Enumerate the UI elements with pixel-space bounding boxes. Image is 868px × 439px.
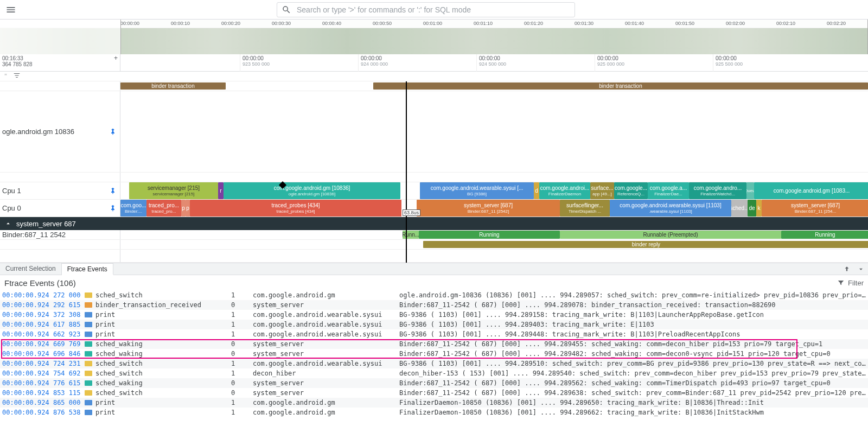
track-slice[interactable]: com.google.androi...FinalizerDaemon	[539, 182, 590, 199]
cell-process: system_server	[253, 389, 399, 397]
cell-event: binder_transaction_received	[95, 301, 231, 309]
track-label-process[interactable]: ogle.android.gm 10836	[0, 91, 120, 172]
track-slice[interactable]: com.google.android.gm [1083...	[754, 182, 868, 199]
cell-timestamp: 00:00:00.924 776 615	[2, 379, 85, 387]
track-slice[interactable]: Running	[781, 231, 868, 239]
track-label-async[interactable]	[0, 81, 120, 91]
pin-icon[interactable]	[109, 128, 117, 136]
table-row[interactable]: 00:00:00.924 853 115sched_switch0system_…	[0, 388, 868, 398]
time-cursor[interactable]	[406, 81, 407, 263]
track-slice[interactable]: com.google...ReferenceQ...	[614, 182, 648, 199]
collapse-all-icon[interactable]	[2, 72, 10, 81]
cell-process: com.google.android.wearable.sysui	[253, 330, 399, 338]
table-row[interactable]: 00:00:00.924 724 231sched_switch1com.goo…	[0, 359, 868, 368]
track-slice[interactable]: com.google.android.wearable.sysui [1103]…	[610, 200, 731, 217]
track-slice[interactable]: com.google.andro...FinalizerWatchd...	[689, 182, 746, 199]
track-slice[interactable]: d	[534, 182, 539, 199]
cell-process: com.google.android.gm	[253, 399, 399, 406]
cell-cpu: 1	[231, 321, 253, 328]
cell-timestamp: 00:00:00.924 617 885	[2, 321, 85, 328]
time-axis[interactable]: + 00:16:33 364 785 828 00:00:00923 500 0…	[0, 54, 868, 72]
track-slice[interactable]: surfaceflinger...TimerDispatch ...	[560, 200, 610, 217]
table-row[interactable]: 00:00:00.924 776 615sched_waking0system_…	[0, 378, 868, 388]
cell-timestamp: 00:00:00.924 853 115	[2, 389, 85, 397]
cell-process: com.google.android.wearable.sysui	[253, 360, 399, 367]
track-slice[interactable]: traced_probes [434]traced_probes [434]	[190, 200, 401, 217]
track-slice[interactable]: binder reply	[423, 241, 868, 248]
pin-icon[interactable]	[109, 187, 117, 195]
cell-process: system_server	[253, 379, 399, 387]
group-header-system-server[interactable]: system_server 687	[0, 217, 868, 230]
cell-cpu: 0	[231, 340, 253, 348]
cell-timestamp: 00:00:00.924 865 000	[2, 399, 85, 406]
omnibox[interactable]	[277, 2, 575, 17]
cell-timestamp: 00:00:00.924 696 846	[2, 350, 85, 358]
track-slice[interactable]: com.google.a...FinalizerDae...	[648, 182, 689, 199]
track-slice[interactable]: Runnable (Preempted)	[560, 231, 781, 239]
table-row[interactable]: 00:00:00.924 865 000print1com.google.and…	[0, 398, 868, 408]
track-slice[interactable]: system_server [687]Binder:687_11 [2542]	[417, 200, 560, 217]
table-row[interactable]: 00:00:00.924 372 308print1com.google.and…	[0, 310, 868, 320]
track-collapse[interactable]	[0, 173, 120, 182]
filter-icon	[837, 279, 845, 287]
track-label-cpu0[interactable]: Cpu 0	[0, 200, 120, 217]
event-color-swatch	[85, 292, 92, 298]
search-icon	[282, 5, 291, 15]
panel-toggle-icon[interactable]	[854, 263, 868, 275]
search-input[interactable]	[297, 5, 570, 14]
track-slice[interactable]: Runn...	[403, 231, 419, 239]
table-row[interactable]: 00:00:00.924 696 846sched_waking0system_…	[0, 349, 868, 359]
cell-timestamp: 00:00:00.924 669 769	[2, 340, 85, 348]
track-slice[interactable]: r	[218, 182, 224, 199]
track-slice[interactable]: k	[756, 200, 762, 217]
table-row[interactable]: 00:00:00.924 272 000sched_switch1com.goo…	[0, 290, 868, 300]
track-label-reply[interactable]	[0, 240, 120, 249]
menu-button[interactable]	[0, 4, 22, 15]
track-slice[interactable]: p	[181, 200, 186, 217]
overview-timeline[interactable]: 00:00:00 00:00:10 00:00:20 00:00:30 00:0…	[0, 20, 868, 54]
track-slice[interactable]: surface...app [49...]	[590, 182, 614, 199]
track-slice[interactable]: de	[748, 200, 756, 217]
overview-selection[interactable]	[120, 20, 868, 54]
cell-cpu: 0	[231, 301, 253, 309]
cell-timestamp: 00:00:00.924 662 923	[2, 330, 85, 338]
event-color-swatch	[85, 312, 92, 317]
tab-ftrace-events[interactable]: Ftrace Events	[62, 263, 113, 275]
table-row[interactable]: 00:00:00.924 876 538print1com.google.and…	[0, 408, 868, 417]
pin-icon[interactable]	[109, 205, 117, 212]
track-area[interactable]: binder transactionbinder transaction ogl…	[0, 81, 868, 263]
track-slice[interactable]: binder transaction	[373, 82, 868, 90]
table-row[interactable]: 00:00:00.924 617 885print1com.google.and…	[0, 320, 868, 329]
track-slice[interactable]: Running	[419, 231, 560, 239]
event-color-swatch	[85, 380, 92, 386]
track-slice[interactable]: system_server [687]Binder:687_11 [254...	[762, 200, 868, 217]
cell-message: BG-9386 ( 1103) [001] .... 994.289510: s…	[399, 360, 866, 367]
track-slice[interactable]: traced_pro...traced_pro...	[146, 200, 181, 217]
table-row[interactable]: 00:00:00.924 292 615binder_transaction_r…	[0, 300, 868, 310]
cell-event: print	[95, 321, 231, 328]
filter-button[interactable]: Filter	[837, 279, 864, 287]
cell-event: print	[95, 330, 231, 338]
cell-message: ogle.android.gm-10836 (10836) [001] ....…	[399, 291, 866, 299]
track-label-cpu1[interactable]: Cpu 1	[0, 182, 120, 199]
panel-up-icon[interactable]	[840, 263, 854, 275]
tab-current-selection[interactable]: Current Selection	[0, 263, 62, 275]
track-slice[interactable]: binder transaction	[120, 82, 226, 90]
track-slice[interactable]: com.google.android.wearable.sysui [...BG…	[420, 182, 534, 199]
track-slice[interactable]: ReferenceQueueD [10849]	[746, 182, 754, 199]
filter-tracks-icon[interactable]	[13, 72, 21, 81]
track-label-thread[interactable]: Binder:687_11 2542	[0, 230, 120, 239]
cell-cpu: 1	[231, 399, 253, 406]
cell-message: Binder:687_11-2542 ( 687) [000] .... 994…	[399, 389, 866, 397]
track-slice[interactable]: com.goo...Binder:...	[120, 200, 146, 217]
table-row[interactable]: 00:00:00.924 754 692sched_switch1decon_h…	[0, 368, 868, 378]
table-row[interactable]: 00:00:00.924 669 769sched_waking0system_…	[0, 339, 868, 349]
track-slice[interactable]: com.google.android.gm [10836]ogle.androi…	[224, 182, 400, 199]
track-toolbar	[0, 72, 868, 81]
track-slice[interactable]: sched...	[731, 200, 748, 217]
track-slice[interactable]: servicemanager [215]servicemanager [215]	[129, 182, 218, 199]
track-slice[interactable]: p	[186, 200, 190, 217]
table-row[interactable]: 00:00:00.924 662 923print1com.google.and…	[0, 329, 868, 339]
cell-event: sched_waking	[95, 379, 231, 387]
ftrace-table[interactable]: 00:00:00.924 272 000sched_switch1com.goo…	[0, 290, 868, 417]
